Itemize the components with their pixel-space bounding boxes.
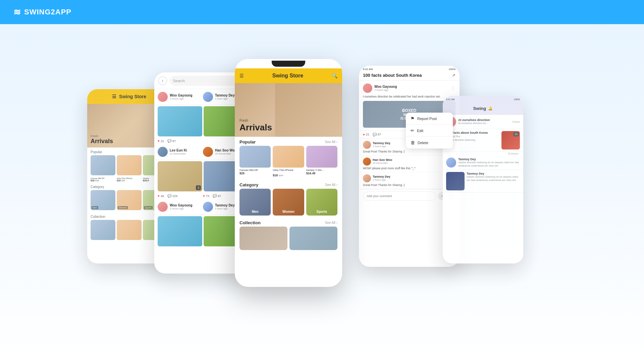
ctx-delete-label: Delete: [418, 141, 428, 145]
collection-see-all[interactable]: See All ›: [325, 221, 337, 225]
avatar-tanmoy-dey-2: [203, 202, 213, 212]
fr-blueberry-img: [446, 172, 465, 190]
logo-text: SWING2APP: [24, 8, 71, 16]
heart-icon-post: ♥: [363, 133, 365, 136]
like-item-3: ♥ 73: [203, 194, 209, 198]
fr-chat-content-4: Tanmoy Dey rselves direction believing d…: [467, 172, 520, 182]
collection-row-center: [235, 227, 342, 252]
like-count-2: 49: [161, 194, 164, 198]
trash-icon: 🗑: [411, 140, 415, 145]
context-menu: ⚑ Report Post ✏ Edit 🗑 Delete: [406, 113, 453, 148]
post-header: 100 facts about South Korea ↗: [359, 71, 460, 81]
fr-chat-preview-1: At ourselves direction be...: [458, 122, 510, 125]
heart-icon-3: ♥: [203, 194, 205, 198]
center-product-name-3: Henley T-Shi...: [306, 169, 337, 172]
center-product-2[interactable]: Ultra Thin iPhone $18 $30: [273, 146, 304, 178]
user-time-3: 21 December: [170, 152, 187, 155]
status-time: 9:41 AM: [363, 68, 373, 71]
user-time-2: 1 hour ago: [215, 97, 235, 100]
collection-title: Collection: [239, 220, 261, 225]
center-product-name-1: Canvas Mid DP: [239, 169, 271, 172]
search-bar[interactable]: Search: [170, 76, 239, 86]
ci-name-1: Tanmoy Dey: [373, 141, 390, 145]
product-item-1[interactable]: [91, 155, 115, 175]
fr-app-header: Swing 🔔: [443, 103, 523, 115]
center-product-img-3: [306, 146, 337, 168]
more-dots-author[interactable]: ⋮: [451, 85, 455, 91]
center-product-name-2: Ultra Thin iPhone: [273, 169, 304, 172]
col-item-center-1[interactable]: [239, 227, 287, 250]
fr-chat-preview-3: rselves direction believing do he depart…: [458, 161, 520, 168]
center-fresh-label: Fresh: [239, 119, 272, 122]
center-app-header: ☰ Swing Store 🔍: [235, 68, 342, 83]
user-name-3: Lee Eun Ki: [170, 148, 187, 152]
phone-notch: [272, 61, 305, 67]
cat-men-center[interactable]: Men: [239, 189, 271, 216]
back-button[interactable]: ‹: [158, 76, 167, 85]
price-1: Canvas Mid DP $18 $30: [91, 177, 115, 182]
fr-chat-preview-4: rselves direction believing do he depart…: [467, 175, 520, 182]
search-img-3: 3: [158, 161, 202, 191]
ci-text-2: WOW! please post more stuff like this ^_…: [363, 167, 455, 170]
cat-women-center[interactable]: Women: [273, 189, 304, 216]
popular-title: Popular: [239, 139, 256, 144]
comment-item-2: 💬 229: [167, 194, 177, 198]
ctx-delete[interactable]: 🗑 Delete: [406, 137, 453, 148]
user-time-6: 1 hour ago: [215, 207, 235, 210]
center-product-1[interactable]: Canvas Mid DP $25: [239, 146, 271, 178]
fr-chat-1[interactable]: At ourselves direction At ourselves dire…: [443, 115, 523, 129]
ci-text-3: Great Post! Thanks for Sharing :): [363, 183, 455, 187]
hero-arrivals-title: Arrivals: [91, 138, 113, 145]
cat-women[interactable]: Women: [117, 190, 142, 210]
category-row-center: Men Women Sports: [235, 189, 342, 218]
comment-input[interactable]: [363, 191, 436, 201]
ci-avatar-2: [363, 158, 371, 166]
notch-area: [235, 59, 342, 68]
ctx-edit[interactable]: ✏ Edit: [406, 125, 453, 137]
share-icon[interactable]: ↗: [452, 73, 455, 78]
fr-status-bar: 9:41 AM 100%: [443, 96, 523, 103]
heart-icon-1: ♥: [158, 139, 160, 143]
author-row: Woo Gayoung 2 hours ago ⋮: [363, 83, 455, 93]
center-app-title: Swing Store: [272, 73, 303, 79]
search-img-5: [158, 216, 202, 246]
fr-img-wrapper-2: 15: [501, 131, 520, 149]
comment-icon-2: 💬: [167, 194, 171, 198]
ci-avatar-1: [363, 141, 371, 149]
col-item-center-2[interactable]: [289, 227, 337, 250]
fr-chat-4[interactable]: Tanmoy Dey rselves direction believing d…: [443, 170, 523, 193]
center-arrivals-title: Arrivals: [239, 122, 272, 133]
menu-icon[interactable]: ☰: [112, 94, 116, 99]
author-info: Woo Gayoung 2 hours ago: [363, 83, 397, 93]
fr-chat-time-1: 2 hours: [512, 121, 520, 123]
category-see-all[interactable]: See All ›: [325, 183, 337, 187]
fr-chat-name-1: At ourselves direction: [458, 118, 510, 122]
fr-chat-3[interactable]: Tanmoy Dey rselves direction believing d…: [443, 156, 523, 170]
search-icon-center[interactable]: 🔍: [332, 73, 337, 78]
avatar-han-soo-woo: [203, 147, 213, 157]
col-item-1[interactable]: [91, 220, 115, 240]
center-product-3[interactable]: Henley T-Shi... $16.49: [306, 146, 337, 178]
fr-chat-2[interactable]: 100 Facts about South Korea Tanmoy Dey r…: [443, 129, 523, 152]
price-2: Ultra Thin iPhone $18 $30: [117, 177, 142, 182]
fr-chat-name-3: Tanmoy Dey: [458, 158, 520, 161]
category-section-header: Category See All ›: [235, 180, 342, 189]
ctx-report-label: Report Post: [417, 117, 437, 121]
popular-see-all[interactable]: See All ›: [325, 140, 337, 144]
cat-women-label-center: Women: [273, 210, 304, 214]
col-item-2[interactable]: [117, 220, 142, 240]
product-item-2[interactable]: [117, 155, 142, 175]
badge-3: 3: [196, 185, 201, 190]
ctx-report[interactable]: ⚑ Report Post: [406, 113, 453, 125]
cat-men[interactable]: Men: [91, 190, 115, 210]
cat-sports-center[interactable]: Sports: [306, 189, 337, 216]
center-product-img-1: [239, 146, 271, 168]
comment-item-3: 💬 97: [213, 194, 221, 198]
center-hero: Fresh Arrivals: [235, 83, 342, 137]
status-battery: 100%: [449, 68, 455, 71]
menu-icon-center[interactable]: ☰: [239, 73, 244, 78]
ci-name-2: Han Soo Woo: [373, 158, 392, 162]
comment-item-1: 💬 87: [167, 139, 176, 143]
fr-avatar-3: [446, 158, 456, 168]
cat-men-label-center: Men: [239, 210, 271, 214]
